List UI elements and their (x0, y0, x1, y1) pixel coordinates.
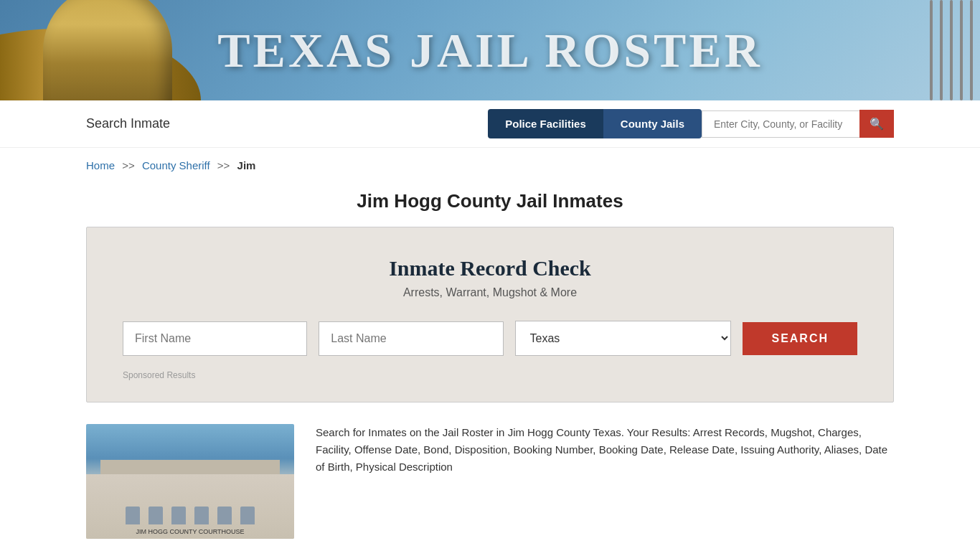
inmate-record-title: Inmate Record Check (123, 256, 857, 281)
breadcrumb-current: Jim (237, 159, 256, 171)
facility-search-button[interactable]: 🔍 (859, 110, 894, 138)
bar (930, 0, 933, 100)
bottom-section: JIM HOGG COUNTY COURTHOUSE Search for In… (86, 424, 894, 539)
jail-windows (86, 507, 294, 524)
site-title: Texas Jail Roster (217, 22, 763, 79)
search-icon: 🔍 (870, 117, 884, 131)
last-name-input[interactable] (319, 321, 503, 356)
dome-decoration (22, 0, 194, 100)
county-jails-button[interactable]: County Jails (603, 109, 702, 138)
jail-window (171, 507, 186, 524)
header-banner: Texas Jail Roster (0, 0, 980, 100)
jail-thumbnail: JIM HOGG COUNTY COURTHOUSE (86, 424, 294, 539)
bar (950, 0, 953, 100)
bar (970, 0, 973, 100)
nav-bar: Search Inmate Police Facilities County J… (0, 100, 980, 148)
jail-window (149, 507, 163, 524)
nav-right-group: Police Facilities County Jails 🔍 (488, 109, 894, 138)
facility-search-input[interactable] (702, 110, 859, 138)
bar (960, 0, 963, 100)
inmate-search-button[interactable]: SEARCH (743, 322, 857, 355)
state-select[interactable]: AlabamaAlaskaArizonaArkansasCaliforniaCo… (515, 321, 732, 356)
police-facilities-button[interactable]: Police Facilities (488, 109, 603, 138)
breadcrumb-home[interactable]: Home (86, 159, 115, 171)
jail-building: JIM HOGG COUNTY COURTHOUSE (86, 474, 294, 539)
jail-sign: JIM HOGG COUNTY COURTHOUSE (136, 528, 244, 535)
jail-window (217, 507, 232, 524)
first-name-input[interactable] (123, 321, 307, 356)
page-title: Jim Hogg County Jail Inmates (0, 190, 980, 212)
breadcrumb-separator-1: >> (122, 159, 135, 171)
dome-shape (43, 0, 172, 100)
bar (940, 0, 943, 100)
search-inmate-label: Search Inmate (86, 116, 170, 131)
jail-window (194, 507, 209, 524)
inmate-record-subtitle: Arrests, Warrant, Mugshot & More (123, 286, 857, 299)
inmate-record-box: Inmate Record Check Arrests, Warrant, Mu… (86, 227, 894, 402)
breadcrumb: Home >> County Sheriff >> Jim (0, 148, 980, 183)
inmate-search-row: AlabamaAlaskaArizonaArkansasCaliforniaCo… (123, 321, 857, 356)
breadcrumb-separator-2: >> (217, 159, 230, 171)
breadcrumb-county-sheriff[interactable]: County Sheriff (142, 159, 210, 171)
jail-bars-decoration (923, 0, 980, 100)
bottom-description: Search for Inmates on the Jail Roster in… (316, 424, 894, 476)
jail-window (126, 507, 140, 524)
sponsored-label: Sponsored Results (123, 370, 857, 380)
jail-window (240, 507, 255, 524)
